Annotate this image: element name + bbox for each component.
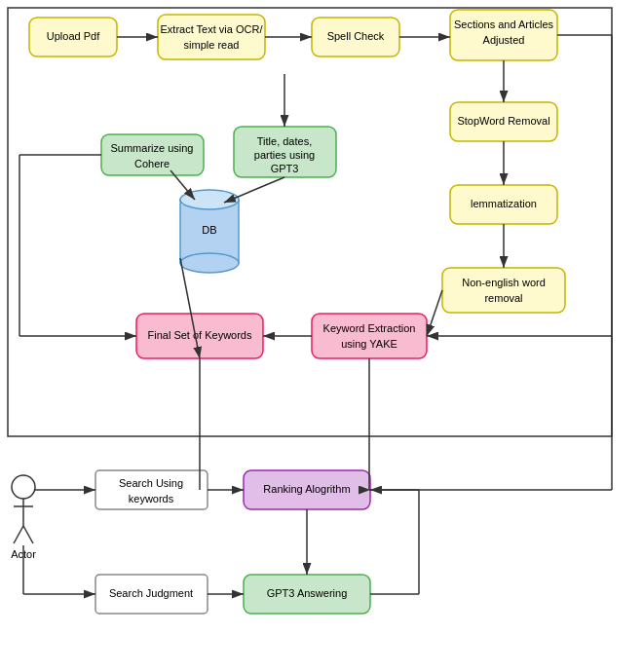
title-dates-label1: Title, dates, <box>257 135 312 147</box>
summarize-label1: Summarize using <box>111 142 194 154</box>
search-keywords-label2: keywords <box>129 493 174 504</box>
node-gpt3-answering: GPT3 Answering <box>244 575 370 614</box>
node-sections-articles: Sections and Articles Adjusted <box>450 10 557 60</box>
extract-text-label2: simple read <box>184 39 240 51</box>
sections-articles-label1: Sections and Articles <box>454 19 554 30</box>
actor-leg-right <box>23 526 33 543</box>
node-summarize: Summarize using Cohere <box>101 134 204 175</box>
gpt3-answering-label: GPT3 Answering <box>267 587 348 599</box>
non-english-label1: Non-english word <box>462 277 546 288</box>
svg-rect-8 <box>442 268 565 313</box>
node-spell-check: Spell Check <box>312 18 399 56</box>
keyword-extraction-label2: using YAKE <box>341 338 397 350</box>
summarize-label2: Cohere <box>134 158 170 169</box>
node-final-keywords: Final Set of Keywords <box>136 314 263 358</box>
node-stopword: StopWord Removal <box>450 102 557 141</box>
keyword-extraction-label1: Keyword Extraction <box>323 322 416 334</box>
arrow-nonenglish-keyword <box>427 290 442 336</box>
title-dates-label2: parties using <box>254 149 315 161</box>
lemmatization-label: lemmatization <box>471 198 537 209</box>
db-label: DB <box>202 224 216 236</box>
sections-articles-label2: Adjusted <box>483 34 525 46</box>
node-lemmatization: lemmatization <box>450 185 557 224</box>
title-dates-label3: GPT3 <box>271 163 299 174</box>
node-db: DB <box>180 190 239 273</box>
search-keywords-label1: Search Using <box>119 477 183 489</box>
svg-rect-3 <box>158 15 265 59</box>
ranking-label: Ranking Alogrithm <box>263 483 350 495</box>
upload-pdf-label: Upload Pdf <box>47 30 100 42</box>
node-ranking: Ranking Alogrithm <box>244 470 370 509</box>
search-judgment-label: Search Judgment <box>109 587 193 599</box>
non-english-label2: removal <box>484 292 522 304</box>
final-keywords-label: Final Set of Keywords <box>148 329 252 341</box>
spell-check-label: Spell Check <box>327 30 385 42</box>
node-upload-pdf: Upload Pdf <box>29 18 117 56</box>
actor-leg-left <box>14 526 23 543</box>
node-extract-text: Extract Text via OCR/ simple read <box>158 15 265 59</box>
svg-point-13 <box>180 253 239 273</box>
stopword-label: StopWord Removal <box>457 115 549 127</box>
node-search-keywords: Search Using keywords <box>95 470 208 509</box>
arrow-title-db <box>224 177 284 203</box>
extract-text-label: Extract Text via OCR/ <box>161 23 264 35</box>
node-title-dates: Title, dates, parties using GPT3 <box>234 127 336 177</box>
node-non-english: Non-english word removal <box>442 268 565 313</box>
actor-circle <box>12 475 35 499</box>
node-search-judgment: Search Judgment <box>95 575 208 614</box>
svg-rect-9 <box>312 314 427 358</box>
architecture-diagram: Upload Pdf Extract Text via OCR/ simple … <box>0 0 643 672</box>
node-keyword-extraction: Keyword Extraction using YAKE <box>312 314 427 358</box>
